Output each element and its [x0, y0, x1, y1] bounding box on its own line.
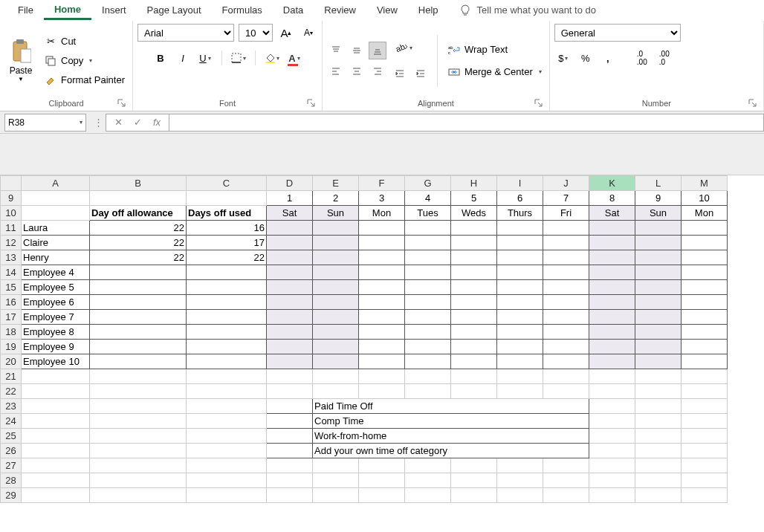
cell[interactable] [635, 444, 682, 458]
dialog-launcher-icon[interactable] [748, 99, 757, 108]
cell[interactable]: Weds [451, 206, 497, 221]
cell[interactable]: Claire [22, 236, 90, 250]
cell[interactable] [359, 488, 405, 503]
cell[interactable] [22, 191, 90, 206]
cell[interactable] [90, 295, 187, 310]
cell[interactable] [635, 414, 682, 429]
cell[interactable] [313, 384, 359, 399]
cell[interactable] [90, 265, 187, 280]
row-header-18[interactable]: 18 [1, 325, 22, 340]
cell[interactable] [267, 295, 313, 310]
menu-page-layout[interactable]: Page Layout [137, 1, 212, 19]
row-header-12[interactable]: 12 [1, 236, 22, 250]
orientation-button[interactable]: ab▾ [391, 39, 416, 57]
cell[interactable] [589, 325, 635, 340]
font-name-select[interactable]: Arial [137, 24, 234, 42]
cell[interactable] [543, 310, 589, 325]
cell[interactable] [90, 310, 187, 325]
menu-help[interactable]: Help [408, 1, 449, 19]
legend-color[interactable] [267, 429, 313, 444]
menu-review[interactable]: Review [314, 1, 366, 19]
cell[interactable] [359, 325, 405, 340]
formula-input[interactable] [169, 114, 764, 132]
cell[interactable]: 5 [451, 191, 497, 206]
cell[interactable] [187, 325, 267, 340]
cell[interactable] [267, 265, 313, 280]
cell[interactable] [682, 488, 728, 503]
format-painter-button[interactable]: Format Painter [42, 73, 128, 88]
cell[interactable]: 2 [313, 191, 359, 206]
cell[interactable]: Employee 4 [22, 265, 90, 280]
cell[interactable]: Henry [22, 250, 90, 265]
col-header-H[interactable]: H [451, 176, 497, 191]
cell[interactable]: Mon [359, 206, 405, 221]
cell[interactable] [682, 310, 728, 325]
cell[interactable]: 6 [497, 191, 543, 206]
cell[interactable] [451, 325, 497, 340]
cell[interactable] [589, 310, 635, 325]
cell[interactable] [90, 458, 187, 473]
col-header-J[interactable]: J [543, 176, 589, 191]
cell[interactable]: 8 [589, 191, 635, 206]
cell[interactable] [589, 280, 635, 295]
cell[interactable]: Fri [543, 206, 589, 221]
cell[interactable] [451, 488, 497, 503]
cell[interactable]: Employee 8 [22, 325, 90, 340]
cell[interactable] [682, 280, 728, 295]
row-header-28[interactable]: 28 [1, 473, 22, 488]
cut-button[interactable]: ✂ Cut [42, 34, 128, 49]
cell[interactable] [187, 488, 267, 503]
cell[interactable] [635, 280, 682, 295]
cell[interactable] [405, 488, 451, 503]
cell[interactable] [543, 354, 589, 369]
italic-button[interactable]: I [174, 49, 192, 67]
cell[interactable] [543, 295, 589, 310]
cell[interactable] [187, 429, 267, 444]
col-header-M[interactable]: M [682, 176, 728, 191]
font-color-button[interactable]: A▾ [285, 49, 303, 67]
cell[interactable] [589, 444, 635, 458]
merge-center-button[interactable]: Merge & Center ▾ [445, 65, 545, 80]
cell[interactable] [22, 369, 90, 384]
menu-home[interactable]: Home [44, 1, 91, 20]
cell[interactable] [313, 310, 359, 325]
cell[interactable] [497, 295, 543, 310]
cell[interactable] [313, 236, 359, 250]
cell[interactable] [267, 221, 313, 236]
cell[interactable]: 10 [682, 191, 728, 206]
cell[interactable] [187, 473, 267, 488]
align-top-button[interactable] [327, 42, 345, 59]
cell[interactable] [497, 236, 543, 250]
cell[interactable] [187, 265, 267, 280]
cell[interactable] [635, 236, 682, 250]
cell[interactable] [22, 414, 90, 429]
cell[interactable] [187, 384, 267, 399]
cell[interactable] [682, 265, 728, 280]
cell[interactable] [187, 369, 267, 384]
cell[interactable] [313, 473, 359, 488]
row-header-14[interactable]: 14 [1, 265, 22, 280]
legend-label[interactable]: Comp Time [313, 414, 589, 429]
cell[interactable]: 22 [187, 250, 267, 265]
cell[interactable] [451, 295, 497, 310]
cell[interactable] [635, 354, 682, 369]
cell[interactable] [22, 384, 90, 399]
legend-color[interactable] [267, 399, 313, 414]
cell[interactable] [405, 221, 451, 236]
cell[interactable] [22, 206, 90, 221]
cell[interactable] [589, 414, 635, 429]
accounting-format-button[interactable]: $▾ [554, 49, 572, 67]
row-header-19[interactable]: 19 [1, 340, 22, 354]
cell[interactable]: Employee 10 [22, 354, 90, 369]
row-header-22[interactable]: 22 [1, 384, 22, 399]
cell[interactable] [543, 369, 589, 384]
cell[interactable] [267, 488, 313, 503]
font-size-select[interactable]: 10 [239, 24, 273, 42]
cell[interactable] [682, 340, 728, 354]
cell[interactable] [359, 384, 405, 399]
cell[interactable] [589, 265, 635, 280]
cell[interactable] [405, 310, 451, 325]
cancel-formula-button[interactable]: ✕ [109, 117, 127, 128]
cell[interactable] [497, 473, 543, 488]
cell[interactable] [90, 280, 187, 295]
